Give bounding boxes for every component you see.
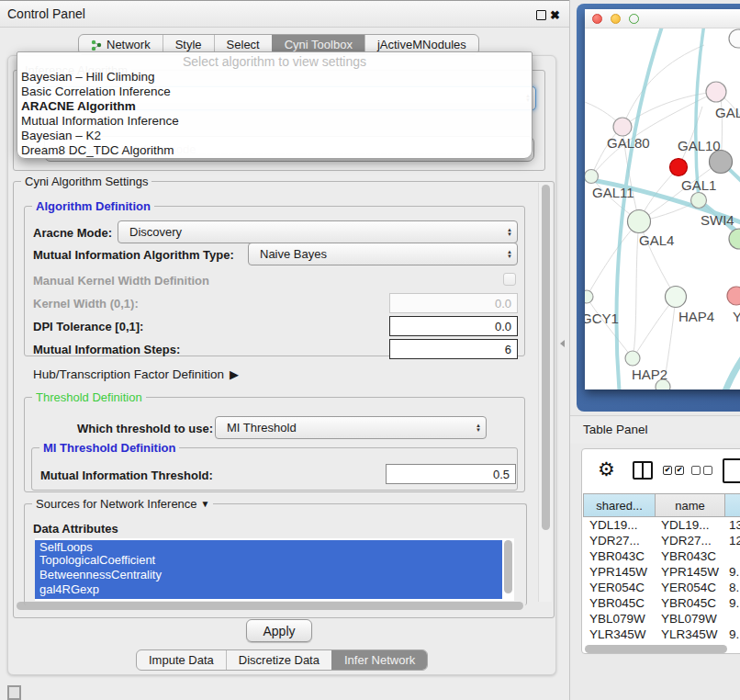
node-gal4[interactable]: [628, 210, 651, 233]
node-gal80[interactable]: [613, 118, 632, 136]
stepper-icon: ▲▼: [507, 221, 512, 243]
dropdown-item[interactable]: Bayesian – Hill Climbing: [17, 70, 532, 85]
node-salmon[interactable]: [727, 287, 740, 305]
mi-threshold-label: Mutual Information Threshold:: [40, 469, 213, 482]
table-horizontal-scrollbar[interactable]: [582, 643, 740, 654]
tab-infer-network[interactable]: Infer Network: [331, 650, 427, 670]
manual-kernel-label: Manual Kernel Width Definition: [33, 274, 209, 288]
table-rows-viewport[interactable]: YDL19...YDL19...13 YDR27...YDR27...12 YB…: [582, 517, 740, 643]
table-panel-card: ⚙ ✔ ✔ shared... name YDL19...YDL19...13 …: [581, 448, 740, 654]
network-window-titlebar[interactable]: [585, 9, 740, 28]
control-panel-titlebar: Control Panel ✖: [0, 0, 569, 28]
mac-minimize-icon[interactable]: [611, 14, 621, 24]
node-label: GAL1: [681, 177, 716, 193]
document-icon[interactable]: [723, 458, 740, 483]
kernel-width-label: Kernel Width (0,1):: [33, 297, 139, 310]
network-view-window[interactable]: GAL GAL80 GAL10 GAL11 GAL1 SWI4 GAL4 GCY…: [585, 9, 740, 390]
threshold-definition-title: Threshold Definition: [32, 390, 146, 404]
node-gal11[interactable]: [585, 170, 599, 184]
table-row[interactable]: YBR045CYBR045C9.: [582, 595, 740, 611]
table-row[interactable]: YLR345WYLR345W9.: [582, 627, 740, 642]
node-label: Y: [733, 309, 740, 324]
list-item[interactable]: TopologicalCoefficient: [35, 553, 514, 568]
mi-threshold-field[interactable]: 0.5: [386, 464, 516, 484]
bottom-tabbar: Impute Data Discretize Data Infer Networ…: [136, 649, 428, 671]
column-header-shared[interactable]: shared...: [583, 493, 656, 517]
dpi-tolerance-label: DPI Tolerance [0,1]:: [33, 320, 143, 333]
dropdown-item-selected[interactable]: ARACNE Algorithm: [17, 99, 532, 114]
manual-kernel-checkbox[interactable]: [503, 273, 516, 286]
mac-zoom-icon[interactable]: [629, 14, 639, 24]
tab-impute-data[interactable]: Impute Data: [137, 650, 226, 670]
screen: { "icons": { "close": "✖", "stepper_up":…: [0, 0, 740, 700]
list-item[interactable]: BetweennessCentrality: [35, 568, 514, 582]
table-row[interactable]: YPR145WYPR145W9.: [582, 564, 740, 580]
table-row[interactable]: YBR043CYBR043C: [582, 548, 740, 564]
network-canvas[interactable]: GAL GAL80 GAL10 GAL11 GAL1 SWI4 GAL4 GCY…: [585, 28, 740, 390]
mi-type-label: Mutual Information Algorithm Type:: [33, 248, 234, 262]
unchecked-box-icon: [703, 466, 712, 475]
collapse-arrow-icon: ▶: [230, 367, 239, 381]
sources-group-title-row[interactable]: Sources for Network Inference ▼: [32, 497, 213, 511]
checked-box-icon: ✔: [675, 466, 684, 475]
select-all-checks-icon[interactable]: ✔ ✔: [663, 466, 684, 475]
node-gcy1[interactable]: [585, 290, 593, 303]
expand-arrow-icon: ▼: [201, 497, 210, 511]
node-label: GAL11: [592, 185, 634, 200]
stepper-icon: ▲▼: [507, 243, 512, 265]
node-red-selected[interactable]: [670, 159, 688, 176]
gear-icon[interactable]: ⚙: [598, 458, 615, 480]
mi-type-combo[interactable]: Naive Bayes ▲▼: [248, 243, 518, 265]
checked-box-icon: ✔: [663, 466, 672, 475]
table-row[interactable]: YBL079WYBL079W: [582, 611, 740, 627]
table-panel-title: Table Panel: [583, 416, 648, 444]
dropdown-item[interactable]: Basic Correlation Inference: [17, 85, 532, 99]
node-label: GAL80: [607, 135, 650, 151]
list-vertical-scrollbar[interactable]: [502, 538, 514, 601]
dropdown-item[interactable]: Bayesian – K2: [17, 129, 532, 143]
node-top-partial[interactable]: [729, 29, 740, 48]
node-hap4[interactable]: [666, 287, 687, 308]
dpi-tolerance-field[interactable]: 0.0: [389, 316, 518, 336]
settings-group-title: Cyni Algorithm Settings: [21, 175, 151, 188]
node-label: GAL10: [678, 138, 721, 153]
data-attributes-list[interactable]: SelfLoops TopologicalCoefficient Between…: [35, 538, 514, 601]
which-threshold-combo[interactable]: MI Threshold ▲▼: [215, 416, 487, 439]
control-panel-title: Control Panel: [7, 1, 85, 28]
undock-panel-icon[interactable]: [7, 685, 21, 700]
mac-close-icon[interactable]: [592, 14, 602, 24]
node-right-green[interactable]: [729, 229, 740, 249]
mi-threshold-group-title: MI Threshold Definition: [39, 441, 179, 455]
dropdown-item[interactable]: Mutual Information Inference: [17, 114, 532, 129]
mi-steps-field[interactable]: 6: [389, 339, 518, 359]
table-row[interactable]: YDL19...YDL19...13: [582, 517, 740, 533]
node-gal-pink[interactable]: [706, 82, 726, 102]
dropdown-item[interactable]: Dream8 DC_TDC Algorithm: [17, 143, 532, 158]
aracne-mode-label: Aracne Mode:: [33, 226, 112, 240]
table-row[interactable]: YDR27...YDR27...12: [582, 533, 740, 548]
deselect-all-checks-icon[interactable]: [691, 466, 712, 475]
settings-vertical-scrollbar[interactable]: [538, 183, 552, 602]
list-item[interactable]: gal4RGexp: [35, 582, 514, 597]
node-hap2[interactable]: [625, 351, 640, 366]
hub-definition-section[interactable]: Hub/Transcription Factor Definition ▶: [33, 367, 239, 381]
split-columns-icon[interactable]: [633, 461, 653, 480]
splitter-collapse-arrow[interactable]: [560, 340, 565, 347]
node-label: HAP4: [678, 309, 714, 324]
node-label: GAL4: [639, 232, 674, 248]
aracne-mode-combo[interactable]: Discovery ▲▼: [118, 220, 518, 243]
node-label: SWI4: [701, 212, 734, 228]
table-row[interactable]: YER054CYER054C8.: [582, 580, 740, 595]
stepper-icon: ▲▼: [476, 417, 481, 438]
float-window-icon[interactable]: [536, 10, 546, 20]
tab-discretize-data[interactable]: Discretize Data: [226, 650, 331, 670]
apply-button[interactable]: Apply: [246, 619, 312, 642]
column-header-name[interactable]: name: [655, 493, 725, 517]
column-header-partial[interactable]: [724, 493, 740, 517]
which-threshold-label: Which threshold to use:: [77, 422, 213, 435]
close-icon[interactable]: ✖: [550, 8, 560, 22]
table-panel-titlebar: Table Panel: [570, 415, 740, 444]
node-gal1[interactable]: [691, 193, 707, 209]
node-label: GAL: [715, 105, 740, 120]
node-gal10-gray[interactable]: [710, 151, 733, 174]
